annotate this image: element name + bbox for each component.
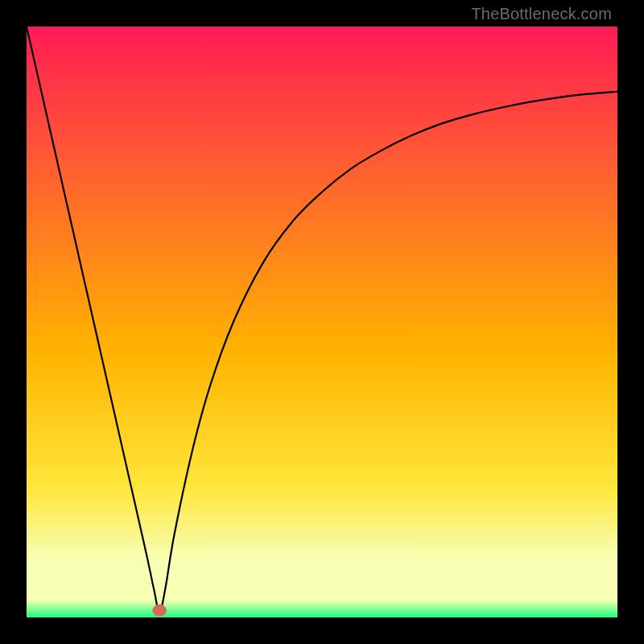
plot-area bbox=[27, 27, 617, 617]
watermark-text: TheBottleneck.com bbox=[471, 5, 612, 23]
optimal-point-marker bbox=[152, 605, 167, 617]
chart-frame: TheBottleneck.com bbox=[0, 0, 644, 644]
gradient-background bbox=[27, 27, 617, 617]
bottleneck-chart bbox=[27, 27, 617, 617]
